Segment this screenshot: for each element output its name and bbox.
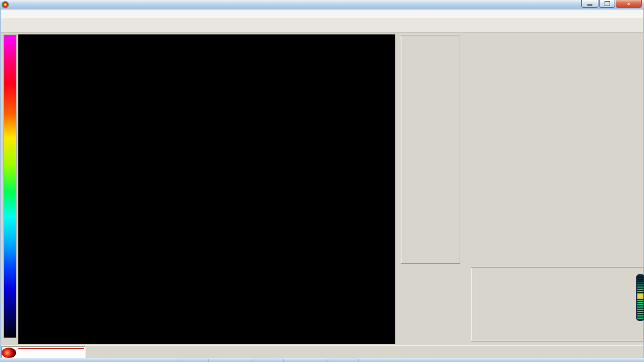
minimize-button[interactable]: [581, 0, 598, 8]
taskbar-strip: [0, 358, 644, 362]
app-icon: [2, 1, 9, 8]
taskbar-button-ghost: [253, 359, 284, 362]
minimize-icon: [587, 4, 592, 6]
close-button[interactable]: ×: [616, 0, 642, 8]
logo-divider: [18, 348, 84, 349]
maximize-button[interactable]: [599, 0, 615, 8]
toolbar: [1, 18, 643, 33]
menu-bar: [1, 9, 643, 19]
measurements-panel: [401, 35, 460, 264]
taskbar-button-ghost: [328, 359, 359, 362]
close-icon: ×: [627, 1, 630, 7]
taskbar-button-ghost: [178, 359, 209, 362]
duma-logo-icon: [2, 348, 16, 358]
title-bar: ×: [0, 0, 644, 9]
width-table-panel: [471, 267, 643, 341]
window-controls: ×: [581, 0, 642, 8]
beam-3d-view[interactable]: [18, 34, 395, 344]
logo-texts: [18, 348, 84, 350]
main-area: [1, 32, 643, 345]
status-bar: [1, 345, 643, 358]
intensity-colorbar: [3, 34, 17, 338]
saturation-level-indicator: [636, 274, 644, 321]
logo-panel: [1, 346, 85, 358]
maximize-icon: [605, 1, 610, 6]
